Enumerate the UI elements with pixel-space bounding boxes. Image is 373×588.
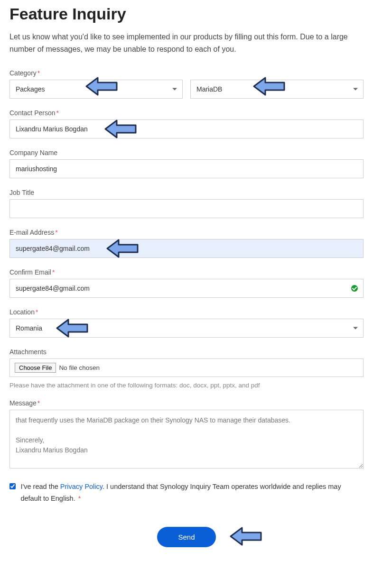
consent-checkbox[interactable] [9, 483, 16, 490]
choose-file-button[interactable]: Choose File [15, 363, 56, 373]
check-circle-icon [351, 285, 358, 292]
confirm-email-label: Confirm Email* [9, 268, 364, 276]
location-select[interactable]: Romania [9, 319, 364, 338]
consent-text: I've read the Privacy Policy. I understa… [20, 481, 364, 504]
message-textarea[interactable] [9, 410, 364, 469]
confirm-email-input[interactable] [9, 279, 364, 298]
attachments-helper: Please have the attachment in one of the… [9, 382, 364, 389]
jobtitle-input[interactable] [9, 199, 364, 218]
file-input-row[interactable]: Choose File No file chosen [9, 358, 364, 377]
email-input[interactable] [9, 239, 364, 258]
message-label: Message* [9, 399, 364, 407]
category-select[interactable]: Packages [9, 80, 183, 99]
location-label: Location* [9, 308, 364, 316]
page-title: Feature Inquiry [9, 5, 364, 23]
category-label: Category* [9, 69, 364, 77]
company-input[interactable] [9, 159, 364, 178]
jobtitle-label: Job Title [9, 189, 364, 196]
attachments-label: Attachments [9, 348, 364, 356]
subcategory-select[interactable]: MariaDB [190, 80, 364, 99]
contact-label: Contact Person* [9, 109, 364, 117]
company-label: Company Name [9, 149, 364, 156]
contact-input[interactable] [9, 119, 364, 138]
privacy-policy-link[interactable]: Privacy Policy [60, 483, 103, 490]
send-button[interactable]: Send [157, 527, 215, 547]
annotation-arrow-icon [228, 523, 265, 550]
intro-text: Let us know what you'd like to see imple… [9, 31, 364, 55]
email-label: E-mail Address* [9, 229, 364, 236]
file-status-text: No file chosen [59, 364, 100, 371]
